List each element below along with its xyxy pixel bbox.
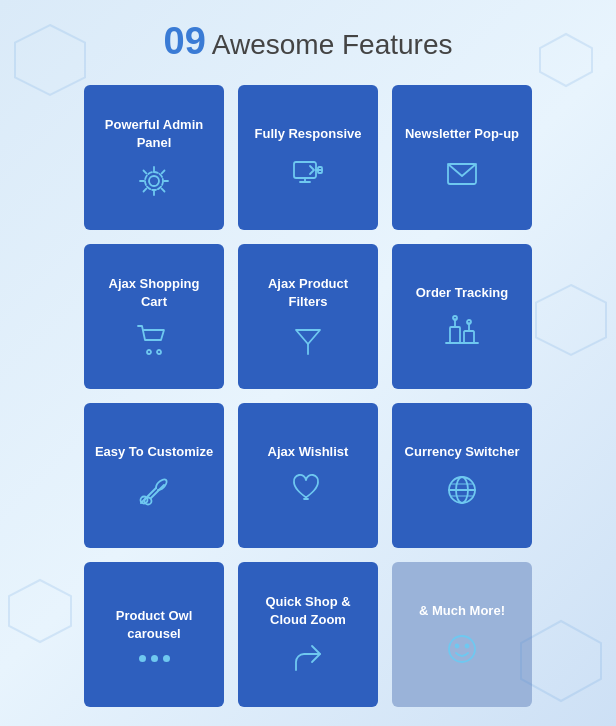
- hex-decoration-top-left: [10, 20, 90, 100]
- hex-decoration-top-right: [536, 30, 596, 90]
- globe-icon: [444, 472, 480, 508]
- filter-icon: [290, 322, 326, 358]
- card-much-more[interactable]: & Much More!: [392, 562, 532, 707]
- card-order-tracking[interactable]: Order Tracking: [392, 244, 532, 389]
- hex-decoration-bottom-right: [516, 616, 606, 706]
- svg-point-13: [147, 350, 151, 354]
- card-easy-to-customize[interactable]: Easy To Customize: [84, 403, 224, 548]
- card-label-easy-to-customize: Easy To Customize: [95, 443, 213, 461]
- wrench-icon: [136, 472, 172, 508]
- card-label-fully-responsive: Fully Responsive: [255, 125, 362, 143]
- card-label-newsletter-popup: Newsletter Pop-up: [405, 125, 519, 143]
- cart-icon: [136, 322, 172, 358]
- card-label-quick-shop-cloud-zoom: Quick Shop & Cloud Zoom: [248, 593, 368, 628]
- svg-point-34: [456, 645, 459, 648]
- svg-marker-2: [536, 285, 606, 355]
- svg-point-5: [149, 176, 159, 186]
- card-label-much-more: & Much More!: [419, 602, 505, 620]
- features-grid: Powerful Admin Panel Fully Responsive Ne…: [84, 85, 532, 707]
- card-label-product-owl-carousel: Product Owl carousel: [94, 607, 214, 642]
- card-label-order-tracking: Order Tracking: [416, 284, 508, 302]
- svg-marker-3: [9, 580, 71, 642]
- card-product-owl-carousel[interactable]: Product Owl carousel: [84, 562, 224, 707]
- card-ajax-product-filters[interactable]: Ajax Product Filters: [238, 244, 378, 389]
- heart-icon: [290, 472, 326, 508]
- svg-marker-1: [540, 34, 592, 86]
- share-icon: [290, 640, 326, 676]
- svg-marker-0: [15, 25, 85, 95]
- card-label-ajax-wishlist: Ajax Wishlist: [268, 443, 349, 461]
- svg-point-21: [453, 316, 457, 320]
- svg-point-33: [449, 636, 475, 662]
- card-label-currency-switcher: Currency Switcher: [405, 443, 520, 461]
- envelope-icon: [444, 154, 480, 190]
- card-label-ajax-product-filters: Ajax Product Filters: [248, 275, 368, 310]
- card-currency-switcher[interactable]: Currency Switcher: [392, 403, 532, 548]
- smiley-icon: [444, 631, 480, 667]
- card-quick-shop-cloud-zoom[interactable]: Quick Shop & Cloud Zoom: [238, 562, 378, 707]
- card-powerful-admin-panel[interactable]: Powerful Admin Panel: [84, 85, 224, 230]
- svg-point-22: [467, 320, 471, 324]
- hex-decoration-mid-right: [531, 280, 611, 360]
- card-newsletter-popup[interactable]: Newsletter Pop-up: [392, 85, 532, 230]
- header-number: 09: [164, 20, 206, 62]
- card-label-powerful-admin-panel: Powerful Admin Panel: [94, 116, 214, 151]
- header: 09Awesome Features: [164, 20, 453, 63]
- card-fully-responsive[interactable]: Fully Responsive: [238, 85, 378, 230]
- svg-point-6: [145, 172, 163, 190]
- header-title: Awesome Features: [212, 29, 453, 60]
- svg-marker-15: [296, 330, 320, 344]
- responsive-icon: [290, 154, 326, 190]
- svg-point-14: [157, 350, 161, 354]
- svg-marker-4: [521, 621, 601, 701]
- card-label-ajax-shopping-cart: Ajax Shopping Cart: [94, 275, 214, 310]
- gear-icon: [136, 163, 172, 199]
- hex-decoration-bottom-left: [5, 576, 75, 646]
- card-ajax-shopping-cart[interactable]: Ajax Shopping Cart: [84, 244, 224, 389]
- svg-rect-7: [294, 162, 316, 178]
- svg-rect-18: [464, 331, 474, 343]
- tracking-icon: [444, 313, 480, 349]
- dots-icon: [139, 655, 170, 662]
- svg-point-35: [466, 645, 469, 648]
- card-ajax-wishlist[interactable]: Ajax Wishlist: [238, 403, 378, 548]
- svg-rect-17: [450, 327, 460, 343]
